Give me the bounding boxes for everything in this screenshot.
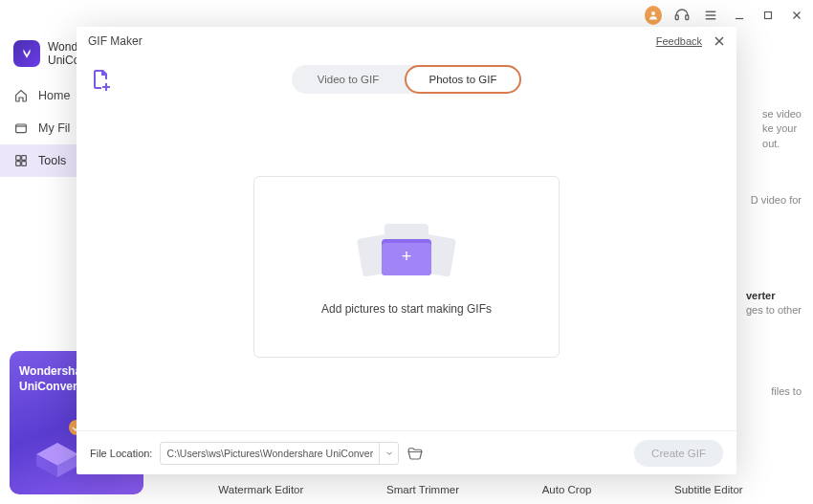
svg-rect-7 bbox=[765, 12, 772, 19]
tools-icon bbox=[13, 153, 29, 168]
main-window: Wonde UniCon Home My Fil Tools Wondersha… bbox=[0, 0, 813, 504]
svg-rect-13 bbox=[16, 161, 21, 165]
tool-watermark[interactable]: Watermark Editor bbox=[218, 484, 303, 495]
svg-rect-10 bbox=[16, 124, 27, 133]
modal-toolbar: Video to GIF Photos to GIF bbox=[77, 55, 736, 103]
svg-rect-2 bbox=[686, 15, 689, 20]
tool-desc-snippet: D video for bbox=[751, 193, 802, 208]
tool-desc-snippet: files to bbox=[771, 384, 802, 399]
chevron-down-icon[interactable] bbox=[379, 442, 398, 465]
svg-rect-11 bbox=[16, 155, 21, 160]
modal-title: GIF Maker bbox=[88, 34, 143, 48]
tool-desc-snippet: se videoke yourout. bbox=[762, 107, 802, 151]
add-file-icon[interactable] bbox=[90, 68, 113, 91]
feedback-link[interactable]: Feedback bbox=[656, 35, 702, 47]
brand-logo-icon bbox=[13, 40, 40, 67]
bottom-tools-row: Watermark Editor Smart Trimmer Auto Crop… bbox=[148, 475, 813, 504]
avatar-icon[interactable] bbox=[645, 7, 662, 24]
mode-segmented-control: Video to GIF Photos to GIF bbox=[292, 65, 521, 94]
create-gif-button[interactable]: Create GIF bbox=[634, 440, 723, 467]
tab-photos-to-gif[interactable]: Photos to GIF bbox=[405, 65, 521, 94]
gif-maker-modal: GIF Maker Feedback Video to GIF Photos t… bbox=[77, 27, 736, 474]
svg-point-0 bbox=[651, 11, 655, 15]
tool-subtitle[interactable]: Subtitle Editor bbox=[674, 484, 743, 495]
file-location-label: File Location: bbox=[90, 448, 152, 459]
tab-video-to-gif[interactable]: Video to GIF bbox=[292, 65, 405, 94]
open-folder-icon[interactable] bbox=[406, 445, 424, 462]
sidebar-item-label: Home bbox=[38, 89, 70, 102]
folder-plus-icon: + bbox=[354, 218, 459, 285]
sidebar-item-label: Tools bbox=[38, 154, 66, 167]
sidebar-item-label: My Fil bbox=[38, 121, 70, 135]
home-icon bbox=[13, 88, 29, 103]
svg-rect-12 bbox=[22, 155, 27, 160]
close-icon[interactable] bbox=[712, 33, 727, 49]
tool-desc-snippet: verterges to other bbox=[746, 289, 802, 318]
menu-icon[interactable] bbox=[702, 7, 719, 24]
dropzone-text: Add pictures to start making GIFs bbox=[321, 302, 492, 316]
minimize-button[interactable] bbox=[731, 7, 748, 24]
maximize-button[interactable] bbox=[759, 7, 777, 24]
svg-rect-14 bbox=[22, 161, 27, 165]
dropzone[interactable]: + Add pictures to start making GIFs bbox=[253, 176, 560, 358]
modal-footer: File Location: Create GIF bbox=[77, 430, 736, 474]
close-button[interactable] bbox=[788, 7, 805, 24]
svg-rect-1 bbox=[675, 15, 678, 20]
support-icon[interactable] bbox=[673, 7, 691, 24]
file-location-field bbox=[160, 442, 399, 465]
modal-header: GIF Maker Feedback bbox=[77, 27, 736, 55]
tool-auto-crop[interactable]: Auto Crop bbox=[542, 484, 592, 495]
modal-body: + Add pictures to start making GIFs bbox=[77, 103, 736, 430]
tool-smart-trimmer[interactable]: Smart Trimmer bbox=[386, 484, 459, 495]
files-icon bbox=[13, 121, 29, 136]
file-location-input[interactable] bbox=[161, 448, 379, 459]
